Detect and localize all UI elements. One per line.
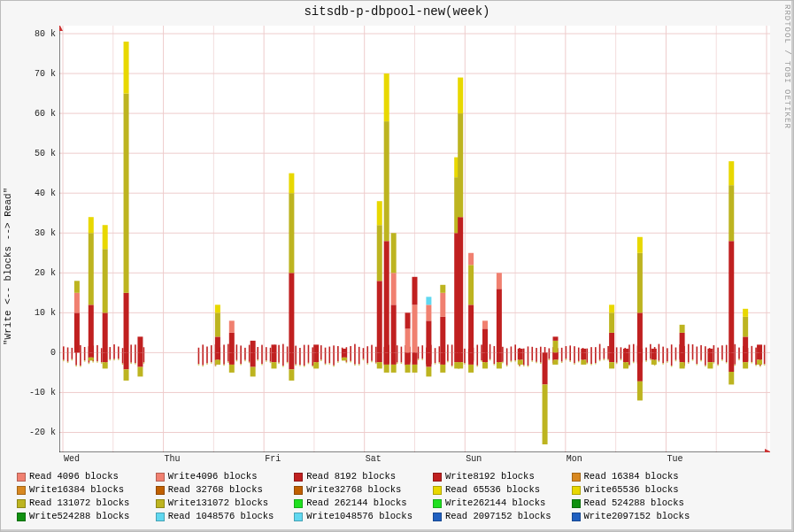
svg-rect-231	[401, 347, 403, 353]
svg-rect-136	[266, 352, 267, 360]
svg-rect-96	[211, 345, 212, 352]
legend-item: Write1048576 blocks	[294, 510, 429, 523]
svg-rect-44	[84, 360, 86, 362]
legend-label: Write8192 blocks	[445, 470, 568, 483]
svg-rect-634	[728, 161, 734, 185]
svg-rect-435	[688, 344, 690, 353]
svg-rect-39	[80, 345, 81, 353]
legend-swatch	[156, 473, 165, 482]
svg-rect-510	[124, 352, 129, 369]
svg-rect-247	[421, 352, 423, 359]
svg-rect-353	[569, 360, 571, 362]
svg-rect-290	[481, 360, 482, 362]
svg-rect-555	[391, 365, 397, 373]
legend-label: Write32768 blocks	[306, 483, 429, 497]
svg-rect-88	[198, 352, 200, 364]
svg-rect-513	[137, 352, 143, 366]
svg-rect-445	[700, 352, 702, 359]
svg-rect-357	[578, 348, 580, 353]
svg-rect-358	[578, 352, 580, 360]
svg-rect-308	[506, 366, 508, 367]
svg-rect-277	[464, 352, 466, 363]
svg-rect-640	[743, 352, 748, 362]
svg-rect-205	[363, 352, 365, 359]
svg-rect-605	[553, 359, 559, 364]
svg-rect-133	[261, 352, 263, 364]
svg-rect-518	[215, 352, 220, 359]
legend-label: Write131072 blocks	[168, 497, 291, 510]
svg-rect-464	[726, 362, 728, 364]
svg-rect-158	[295, 365, 297, 366]
x-tick-label: Thu	[165, 454, 181, 464]
svg-rect-503	[103, 249, 108, 312]
svg-rect-212	[371, 361, 373, 363]
svg-rect-326	[531, 360, 533, 362]
svg-rect-636	[728, 372, 734, 384]
svg-rect-584	[468, 305, 474, 352]
svg-rect-603	[553, 336, 559, 341]
svg-rect-624	[651, 359, 657, 364]
svg-rect-564	[426, 320, 431, 352]
svg-rect-424	[671, 352, 673, 366]
legend-item: Write4096 blocks	[156, 470, 291, 483]
svg-rect-616	[623, 362, 628, 368]
svg-rect-211	[371, 352, 373, 360]
svg-rect-552	[391, 273, 397, 305]
svg-rect-398	[633, 362, 635, 364]
svg-rect-185	[333, 366, 335, 367]
svg-rect-228	[397, 345, 398, 352]
svg-rect-582	[458, 352, 463, 362]
svg-rect-637	[743, 336, 748, 352]
svg-rect-62	[109, 359, 111, 361]
svg-rect-535	[313, 344, 319, 352]
svg-rect-98	[211, 362, 212, 364]
svg-rect-396	[633, 344, 635, 353]
svg-rect-321	[528, 346, 529, 352]
svg-rect-587	[468, 352, 474, 365]
svg-rect-641	[743, 362, 748, 368]
svg-rect-232	[401, 352, 403, 362]
svg-rect-124	[249, 352, 251, 361]
svg-rect-371	[595, 363, 597, 365]
svg-rect-78	[135, 344, 136, 352]
svg-rect-405	[645, 348, 647, 353]
svg-rect-177	[325, 348, 327, 353]
svg-rect-406	[645, 352, 647, 360]
svg-rect-407	[645, 360, 647, 362]
svg-rect-380	[607, 359, 609, 361]
svg-rect-375	[604, 348, 605, 352]
svg-rect-629	[707, 349, 713, 353]
svg-rect-448	[705, 352, 706, 365]
svg-rect-289	[481, 352, 482, 360]
y-tick-label: 10 k	[24, 308, 56, 318]
svg-rect-144	[278, 345, 280, 353]
svg-rect-269	[451, 366, 453, 367]
svg-rect-259	[439, 352, 441, 362]
svg-rect-75	[130, 344, 132, 352]
legend-swatch	[572, 473, 581, 482]
svg-rect-409	[650, 352, 651, 359]
svg-rect-264	[447, 344, 449, 352]
svg-rect-643	[757, 352, 762, 359]
y-tick-label: 40 k	[24, 189, 56, 198]
svg-rect-152	[287, 362, 289, 364]
svg-rect-604	[553, 352, 559, 359]
legend-label: Read 524288 blocks	[584, 497, 707, 510]
legend-swatch	[294, 499, 303, 508]
svg-rect-33	[72, 348, 73, 352]
svg-rect-352	[569, 352, 571, 360]
legend-label: Read 1048576 blocks	[168, 510, 291, 523]
x-tick-labels: WedThuFriSatSunMonTue	[59, 454, 770, 466]
svg-rect-378	[607, 346, 609, 352]
svg-rect-47	[89, 363, 90, 365]
svg-rect-51	[96, 345, 98, 352]
svg-rect-581	[458, 78, 463, 114]
svg-rect-365	[586, 363, 588, 365]
svg-rect-553	[391, 233, 397, 273]
svg-rect-196	[350, 352, 351, 360]
legend-label: Read 32768 blocks	[168, 483, 291, 497]
svg-rect-593	[497, 289, 502, 352]
svg-rect-571	[440, 285, 445, 293]
legend-label: Write262144 blocks	[445, 497, 568, 510]
svg-rect-439	[692, 352, 694, 359]
